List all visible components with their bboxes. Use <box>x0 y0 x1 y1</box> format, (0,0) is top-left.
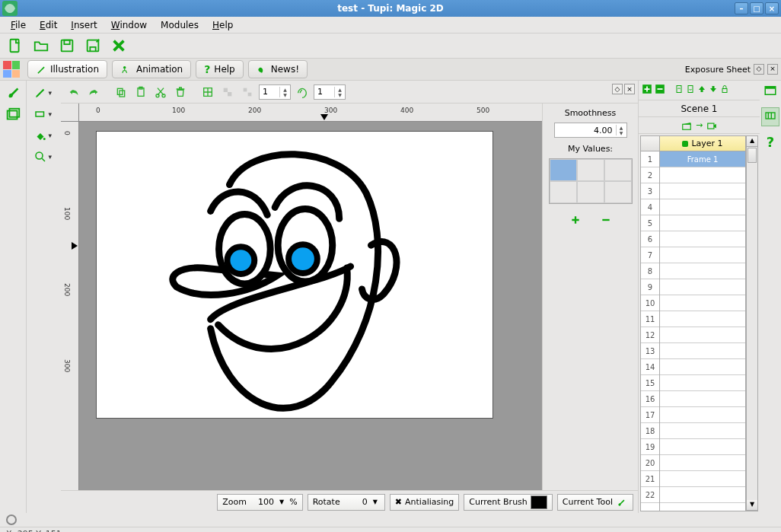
tab-news[interactable]: News! <box>248 60 308 78</box>
remove-value-button[interactable] <box>600 215 612 228</box>
menu-edit[interactable]: Edit <box>33 18 63 32</box>
edit-toolbar: ▲▼ ▲▼ ◇ × <box>61 81 638 104</box>
add-value-button[interactable] <box>569 215 582 228</box>
frame-cell[interactable] <box>660 263 745 279</box>
fill-tool[interactable]: ▾ <box>27 125 61 146</box>
frame-cell[interactable] <box>660 279 745 295</box>
pencil-tool[interactable]: ▾ <box>27 82 61 104</box>
menubar: File Edit Insert Window Modules Help <box>0 17 781 33</box>
brush-tool-icon[interactable] <box>5 84 21 97</box>
menu-window[interactable]: Window <box>105 18 153 32</box>
svg-rect-18 <box>244 88 247 91</box>
close-project-button[interactable] <box>108 35 129 56</box>
menu-insert[interactable]: Insert <box>65 18 103 32</box>
menu-modules[interactable]: Modules <box>155 18 205 32</box>
arrow-up-icon[interactable] <box>697 84 706 97</box>
frame-cell[interactable] <box>660 439 745 455</box>
frame-cell[interactable] <box>660 327 745 343</box>
delete-button[interactable] <box>172 84 189 100</box>
paste-button[interactable] <box>132 84 149 100</box>
frame-cell[interactable] <box>660 247 745 263</box>
frame-cell[interactable] <box>660 343 745 359</box>
save-button[interactable] <box>56 35 78 56</box>
antialias-toggle[interactable]: ✖ Antialiasing <box>390 494 459 511</box>
frame-cell-1[interactable]: Frame 1 <box>660 151 745 167</box>
library-icon[interactable] <box>5 107 21 120</box>
frame-cell[interactable] <box>660 215 745 231</box>
arrow-down-icon[interactable] <box>709 84 718 97</box>
frame-cell[interactable] <box>660 231 745 247</box>
canvas-viewport[interactable]: 0 100 200 300 400 500 0 100 200 300 <box>61 104 542 490</box>
dock-float-icon[interactable]: ◇ <box>754 64 764 75</box>
maximize-button[interactable]: □ <box>750 2 763 14</box>
grid-button[interactable] <box>199 84 216 100</box>
ungroup-button[interactable] <box>239 84 256 100</box>
minimize-button[interactable]: – <box>735 2 748 14</box>
frame-cell[interactable] <box>660 375 745 391</box>
current-tool[interactable]: Current Tool <box>557 494 633 511</box>
row-num: 17 <box>641 407 659 423</box>
menu-help[interactable]: Help <box>206 18 239 32</box>
redo-button[interactable] <box>85 84 102 100</box>
scenes-icon[interactable] <box>763 84 778 100</box>
frame-cell[interactable] <box>660 199 745 215</box>
scene-header[interactable]: Scene 1 <box>639 100 760 117</box>
frame-cell[interactable] <box>660 183 745 199</box>
canvas[interactable] <box>96 131 493 419</box>
current-brush[interactable]: Current Brush <box>464 494 553 511</box>
row-num: 7 <box>641 247 659 263</box>
frame-cell[interactable] <box>660 359 745 375</box>
open-button[interactable] <box>30 35 52 56</box>
brush-color-swatch[interactable] <box>531 495 547 509</box>
frame-cell[interactable] <box>660 407 745 423</box>
shape-tool[interactable]: ▾ <box>27 104 61 125</box>
frame-spin-2[interactable]: ▲▼ <box>314 84 346 100</box>
dock-close-icon[interactable]: × <box>767 64 778 75</box>
palette-icon[interactable] <box>3 61 20 78</box>
tab-animation[interactable]: Animation <box>112 60 191 78</box>
canvas-dock-float[interactable]: ◇ <box>612 84 623 94</box>
move-up-icon[interactable] <box>674 84 684 97</box>
clapper-icon <box>681 120 693 131</box>
svg-point-4 <box>123 66 126 69</box>
svg-rect-17 <box>228 92 231 96</box>
tab-help[interactable]: ? Help <box>196 60 243 78</box>
lock-icon[interactable] <box>720 84 729 97</box>
add-frame-icon[interactable] <box>642 84 652 97</box>
remove-frame-icon[interactable] <box>655 84 665 97</box>
frame-cell[interactable] <box>660 471 745 487</box>
onion-button[interactable] <box>294 84 311 100</box>
cut-button[interactable] <box>152 84 169 100</box>
layer-header[interactable]: Layer 1 <box>660 136 745 151</box>
copy-button[interactable] <box>113 84 129 100</box>
row-num: 12 <box>641 327 659 343</box>
frame-cell[interactable] <box>660 295 745 311</box>
rotate-control[interactable]: Rotate ▼ <box>308 494 385 511</box>
smoothness-input[interactable]: 4.00▲▼ <box>554 123 627 138</box>
svg-point-8 <box>43 138 45 140</box>
group-button[interactable] <box>219 84 236 100</box>
layer-scrollbar[interactable]: ▲ ▼ <box>746 135 758 511</box>
frame-cell[interactable] <box>660 487 745 503</box>
frame-spin-1[interactable]: ▲▼ <box>259 84 291 100</box>
frame-cell[interactable] <box>660 167 745 183</box>
frame-cell[interactable] <box>660 311 745 327</box>
undo-button[interactable] <box>65 84 82 100</box>
frame-cell[interactable] <box>660 423 745 439</box>
tool-column: ▾ ▾ ▾ ▾ <box>26 81 61 513</box>
canvas-dock-close[interactable]: × <box>624 84 635 94</box>
frame-cell[interactable] <box>660 391 745 407</box>
move-down-icon[interactable] <box>686 84 695 97</box>
layer-column[interactable]: Layer 1 Frame 1 <box>660 135 746 511</box>
saveas-button[interactable] <box>82 35 104 56</box>
zoom-control[interactable]: Zoom ▼ % <box>217 494 302 511</box>
help-icon[interactable]: ? <box>767 134 774 150</box>
close-button[interactable]: × <box>765 2 779 14</box>
menu-file[interactable]: File <box>5 18 32 32</box>
frame-cell[interactable] <box>660 455 745 471</box>
values-table[interactable] <box>549 158 633 204</box>
tab-illustration[interactable]: Illustration <box>27 60 107 78</box>
zoom-tool[interactable]: ▾ <box>27 146 61 167</box>
new-button[interactable] <box>5 35 26 56</box>
timeline-icon[interactable] <box>761 107 779 126</box>
